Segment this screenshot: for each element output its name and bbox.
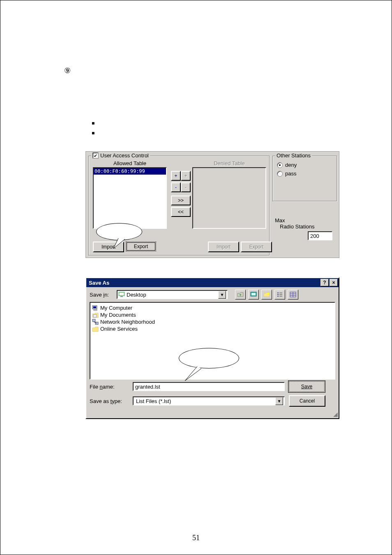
allowed-table-title: Allowed Table xyxy=(93,160,167,166)
allowed-listbox[interactable]: 00:00:F0:60:99:99 xyxy=(93,167,167,229)
max-label2: Radio Stations xyxy=(275,223,337,230)
remove-allowed-button[interactable]: - xyxy=(171,182,181,192)
radio-dot-selected-icon xyxy=(277,162,283,168)
bullet-list xyxy=(92,118,99,138)
file-item-my-computer[interactable]: My Computer xyxy=(92,304,333,311)
svg-rect-2 xyxy=(120,296,123,297)
move-right-button[interactable]: >> xyxy=(171,196,191,205)
denied-import-button: Import xyxy=(208,242,239,252)
filename-input[interactable] xyxy=(133,382,285,391)
details-view-icon[interactable] xyxy=(288,290,298,299)
resize-grip-icon[interactable]: ◢ xyxy=(333,411,338,417)
file-item-online-services[interactable]: Online Services xyxy=(92,325,333,332)
radio-deny-label: deny xyxy=(285,162,297,168)
add-allowed-button[interactable]: + xyxy=(171,171,181,181)
remove-denied-button: - xyxy=(181,182,191,192)
desktop-shortcut-icon[interactable] xyxy=(248,290,259,299)
file-item-label: Network Neighborhood xyxy=(100,319,155,325)
file-list-area[interactable]: My Computer My Documents Network Neighbo… xyxy=(90,302,335,380)
save-button[interactable]: Save xyxy=(289,381,325,392)
filetype-value: List Files (*.lst) xyxy=(136,398,171,404)
radio-pass[interactable]: pass xyxy=(277,170,333,177)
other-stations-title: Other Stations xyxy=(275,152,312,159)
dropdown-arrow-icon[interactable]: ▼ xyxy=(218,291,226,299)
callout-bubble xyxy=(179,348,239,368)
radio-dot-icon xyxy=(277,171,283,177)
max-stations-input[interactable] xyxy=(308,231,332,240)
file-item-label: Online Services xyxy=(100,326,138,332)
list-view-icon[interactable] xyxy=(274,290,285,299)
svg-rect-18 xyxy=(93,315,97,317)
titlebar-help-button[interactable]: ? xyxy=(321,279,329,286)
svg-rect-16 xyxy=(93,306,96,308)
radio-deny[interactable]: deny xyxy=(277,162,333,168)
save-in-label: Save in: xyxy=(90,292,114,298)
denied-table-title: Denied Table xyxy=(192,160,266,166)
mydocs-icon xyxy=(92,312,99,318)
file-item-label: My Computer xyxy=(100,305,132,311)
bullet-item xyxy=(92,118,99,128)
save-in-value: Desktop xyxy=(127,292,146,298)
denied-listbox xyxy=(192,167,266,229)
svg-rect-19 xyxy=(92,319,95,322)
callout-tail xyxy=(113,238,130,251)
page-number: 51 xyxy=(0,534,392,542)
svg-rect-7 xyxy=(277,296,279,297)
file-item-network[interactable]: Network Neighborhood xyxy=(92,318,333,325)
file-item-my-documents[interactable]: My Documents xyxy=(92,311,333,318)
denied-export-button: Export xyxy=(241,242,272,252)
save-as-dialog: Save As ? × Save in: Desktop ▼ My Com xyxy=(85,277,339,419)
svg-rect-6 xyxy=(277,294,279,295)
section-marker: ⑨ xyxy=(64,66,71,75)
svg-rect-9 xyxy=(279,294,282,295)
svg-rect-1 xyxy=(120,293,124,295)
new-folder-icon[interactable] xyxy=(261,290,272,299)
uac-group-label: ✔ User Access Control xyxy=(91,152,150,159)
move-left-button[interactable]: << xyxy=(171,207,191,217)
dialog-title: Save As xyxy=(89,280,109,286)
svg-rect-20 xyxy=(95,322,98,325)
max-stations-block: Max Radio Stations xyxy=(275,217,337,240)
uac-checkbox[interactable]: ✔ xyxy=(92,152,99,159)
file-item-label: My Documents xyxy=(100,312,136,318)
svg-rect-4 xyxy=(251,293,256,295)
filename-label: File name: xyxy=(90,384,129,390)
dropdown-arrow-icon[interactable]: ▼ xyxy=(275,397,283,405)
computer-icon xyxy=(92,305,99,311)
svg-rect-5 xyxy=(277,292,279,293)
titlebar-close-button[interactable]: × xyxy=(330,279,338,286)
svg-rect-17 xyxy=(94,309,97,311)
up-folder-icon[interactable] xyxy=(235,290,246,299)
desktop-icon xyxy=(118,291,125,298)
allowed-export-button[interactable]: Export xyxy=(126,242,156,251)
folder-icon xyxy=(92,326,99,332)
user-access-control-panel: ✔ User Access Control Allowed Table 00:0… xyxy=(85,151,339,258)
bullet-item xyxy=(92,128,99,138)
network-icon xyxy=(92,319,99,325)
uac-title: User Access Control xyxy=(100,152,149,159)
max-label1: Max xyxy=(275,217,337,223)
callout-tail xyxy=(185,366,205,383)
save-in-dropdown[interactable]: Desktop ▼ xyxy=(117,290,228,299)
allowed-item-selected[interactable]: 00:00:F0:60:99:99 xyxy=(94,168,166,175)
radio-pass-label: pass xyxy=(285,170,296,177)
svg-rect-10 xyxy=(279,296,282,297)
add-denied-button: + xyxy=(181,171,191,181)
cancel-button[interactable]: Cancel xyxy=(289,395,325,407)
callout-bubble xyxy=(96,223,142,240)
filetype-dropdown[interactable]: List Files (*.lst) ▼ xyxy=(133,396,285,405)
svg-rect-8 xyxy=(279,292,282,293)
filetype-label: Save as type: xyxy=(90,398,129,404)
